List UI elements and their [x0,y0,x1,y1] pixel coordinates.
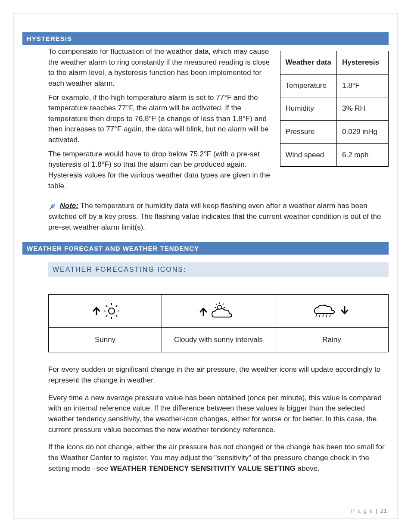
cell: Humidity [280,97,336,121]
hysteresis-body: Weather data Hysteresis Temperature 1.8°… [22,45,389,196]
sub-header-icons: WEATHER FORECASTING ICONS: [48,262,389,277]
section-header-hysteresis: HYSTERESIS [22,32,389,45]
note-text: The temperature or humidity data will ke… [48,202,381,231]
svg-line-21 [330,314,330,317]
page-footer: P a g e | 21 [23,506,388,514]
svg-line-7 [106,305,107,307]
cell-rainy-label: Rainy [275,328,389,352]
cell: Temperature [280,74,336,97]
svg-line-8 [116,305,117,307]
cell: Wind speed [280,143,336,167]
table-row [49,295,389,328]
note-block: Note: The temperature or humidity data w… [22,196,389,233]
svg-line-16 [223,304,224,305]
footer-page-num: 21 [380,508,388,514]
up-arrow-sun-cloud-icon [195,302,242,320]
text: above. [296,464,320,473]
th-hysteresis: Hysteresis [337,51,389,75]
cell: 1.8°F [337,74,389,97]
cloudy-icon-cell [162,295,275,328]
svg-point-1 [53,204,55,206]
svg-line-17 [316,314,317,317]
rainy-icon-cell [275,295,389,328]
page-content: HYSTERESIS Weather data Hysteresis Tempe… [22,32,389,510]
up-arrow-sun-icon [86,302,125,320]
forecast-icons-table: Sunny Cloudy with sunny intervals Rainy [48,294,389,352]
svg-line-18 [319,314,320,317]
table-row: Temperature 1.8°F [280,74,388,97]
table-row: Weather data Hysteresis [280,51,388,75]
table-row: Humidity 3% RH [280,97,388,121]
hysteresis-table: Weather data Hysteresis Temperature 1.8°… [280,51,389,167]
paragraph: If the icons do not change, either the a… [48,442,389,474]
table-row: Pressure 0.029 inHg [280,120,388,143]
svg-line-20 [326,314,327,317]
sunny-icon-cell [49,295,162,328]
svg-point-2 [109,308,115,314]
cell: 6.2 mph [337,143,389,167]
paragraph: Every time a new average pressure value … [48,393,389,436]
bold-ref: WEATHER TENDENCY SENSITIVITY VALUE SETTI… [110,464,296,473]
th-weather-data: Weather data [280,51,336,75]
footer-sep: | [374,508,380,514]
table-row: Sunny Cloudy with sunny intervals Rainy [49,328,389,352]
pin-icon [48,201,57,212]
rain-cloud-down-arrow-icon [308,302,355,320]
cell-cloudy-label: Cloudy with sunny intervals [162,328,275,352]
cell: Pressure [280,120,336,143]
note-label: Note: [60,202,78,210]
svg-line-9 [106,315,107,317]
svg-line-10 [116,315,117,317]
cell: 3% RH [337,97,389,121]
cell-sunny-label: Sunny [49,328,162,352]
footer-label: P a g e [351,508,374,514]
cell: 0.029 inHg [337,120,389,143]
svg-line-15 [216,304,217,305]
paragraph: For every sudden or significant change i… [48,364,389,386]
forecast-body: For every sudden or significant change i… [22,364,389,474]
svg-line-19 [323,314,324,317]
section-header-forecast: WEATHER FORECAST AND WEATHER TENDENCY [22,242,389,255]
table-row: Wind speed 6.2 mph [280,143,388,167]
